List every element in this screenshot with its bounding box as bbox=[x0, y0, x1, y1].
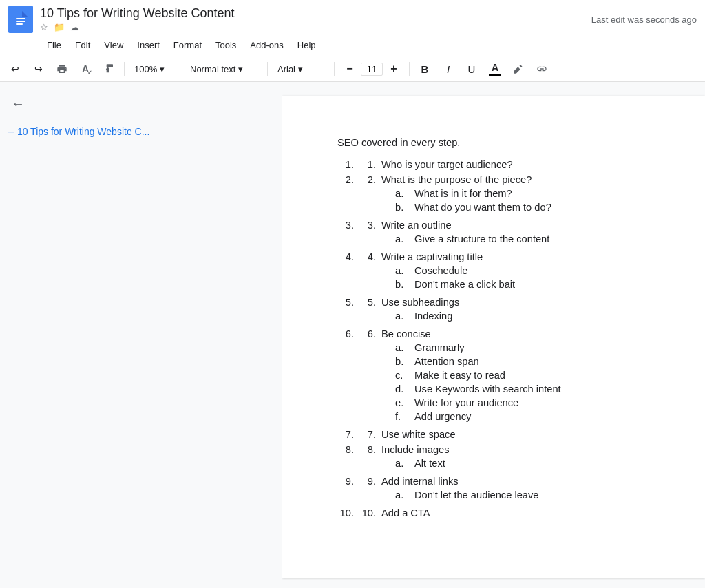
sub-item-label: a. bbox=[395, 265, 409, 276]
main-layout: ← 10 Tips for Writing Website C... SEO c… bbox=[0, 82, 705, 587]
list-number: 1. bbox=[359, 159, 376, 170]
toolbar-sep-3 bbox=[267, 62, 268, 76]
list-number: 2. bbox=[359, 174, 376, 216]
link-button[interactable] bbox=[532, 59, 551, 78]
sub-item-label: b. bbox=[395, 279, 409, 290]
sub-list-item: a.Give a structure to the content bbox=[381, 233, 650, 244]
style-chevron-icon: ▾ bbox=[238, 64, 243, 74]
sub-item-text: Give a structure to the content bbox=[414, 233, 549, 244]
menu-format[interactable]: Format bbox=[168, 37, 207, 53]
sub-item-text: What do you want them to do? bbox=[414, 202, 551, 213]
sub-item-text: Don't let the audience leave bbox=[414, 490, 538, 501]
list-item: 5.Use subheadingsa.Indexing bbox=[337, 297, 650, 324]
list-number: 7. bbox=[359, 429, 376, 440]
sub-list-item: b.What do you want them to do? bbox=[381, 202, 650, 213]
sub-item-label: c. bbox=[395, 370, 409, 381]
star-icon[interactable]: ☆ bbox=[40, 22, 48, 32]
sub-item-label: a. bbox=[395, 490, 409, 501]
sub-item-label: b. bbox=[395, 202, 409, 213]
sub-item-text: What is in it for them? bbox=[414, 188, 512, 199]
highlight-button[interactable] bbox=[509, 59, 528, 78]
toolbar-sep-1 bbox=[124, 62, 125, 76]
sub-item-label: e. bbox=[395, 397, 409, 408]
font-dropdown[interactable]: Arial ▾ bbox=[273, 63, 328, 76]
doc-title[interactable]: 10 Tips for Writing Website Content bbox=[40, 6, 585, 21]
content-area: SEO covered in every step. 1.Who is your… bbox=[282, 82, 705, 587]
sub-list-item: a.Indexing bbox=[381, 311, 650, 322]
undo-button[interactable]: ↩ bbox=[6, 59, 25, 78]
sub-item-label: d. bbox=[395, 384, 409, 395]
list-item-text: Use subheadings bbox=[381, 297, 459, 308]
menu-addons[interactable]: Add-ons bbox=[244, 37, 288, 53]
font-size-increase[interactable]: + bbox=[384, 59, 403, 78]
list-item-text: Add a CTA bbox=[381, 507, 430, 518]
list-item: 9.Add internal linksa.Don't let the audi… bbox=[337, 476, 650, 503]
sub-item-text: Coschedule bbox=[414, 265, 467, 276]
sub-item-label: f. bbox=[395, 411, 409, 422]
list-item-text: Use white space bbox=[381, 429, 456, 440]
list-item-text: Include images bbox=[381, 444, 450, 455]
sidebar-doc-link[interactable]: 10 Tips for Writing Website C... bbox=[8, 125, 273, 138]
sub-list-item: c.Make it easy to read bbox=[381, 370, 650, 381]
sub-item-label: a. bbox=[395, 233, 409, 244]
underline-button[interactable]: U bbox=[462, 59, 481, 78]
list-item: 2.What is the purpose of the piece?a.Wha… bbox=[337, 174, 650, 216]
list-item-text: Who is your target audience? bbox=[381, 159, 513, 170]
cloud-icon[interactable]: ☁ bbox=[70, 22, 79, 32]
font-chevron-icon: ▾ bbox=[298, 64, 303, 74]
print-button[interactable] bbox=[52, 59, 72, 78]
intro-text: SEO covered in every step. bbox=[337, 137, 650, 148]
list-item-text: Add internal links bbox=[381, 476, 459, 487]
sub-list-item: a.Grammarly bbox=[381, 342, 650, 353]
list-number: 10. bbox=[359, 507, 376, 518]
font-color-button[interactable]: A bbox=[485, 62, 505, 76]
list-number: 6. bbox=[359, 328, 376, 425]
toolbar-sep-4 bbox=[334, 62, 335, 76]
font-size-input[interactable] bbox=[361, 63, 383, 76]
toolbar-sep-2 bbox=[180, 62, 180, 76]
back-button[interactable]: ← bbox=[8, 93, 28, 114]
font-size-decrease[interactable]: − bbox=[340, 59, 359, 78]
menu-file[interactable]: File bbox=[41, 37, 67, 53]
sub-item-text: Indexing bbox=[414, 311, 452, 322]
list-item: 3.Write an outlinea.Give a structure to … bbox=[337, 220, 650, 247]
sub-list-item: f.Add urgency bbox=[381, 411, 650, 422]
menu-view[interactable]: View bbox=[98, 37, 129, 53]
list-item-text: What is the purpose of the piece? bbox=[381, 174, 532, 185]
menu-insert[interactable]: Insert bbox=[131, 37, 165, 53]
menu-tools[interactable]: Tools bbox=[210, 37, 242, 53]
list-item: 6.Be concisea.Grammarlyb.Attention spanc… bbox=[337, 328, 650, 425]
sub-list-item: a.Coschedule bbox=[381, 265, 650, 276]
style-dropdown[interactable]: Normal text ▾ bbox=[186, 63, 262, 76]
spellcheck-button[interactable]: A✓ bbox=[76, 59, 95, 78]
sub-list-item: b.Don't make a click bait bbox=[381, 279, 650, 290]
list-number: 3. bbox=[359, 220, 376, 247]
menu-edit[interactable]: Edit bbox=[70, 37, 96, 53]
menu-help[interactable]: Help bbox=[292, 37, 322, 53]
list-item: 10.Add a CTA bbox=[337, 507, 650, 518]
list-number: 8. bbox=[359, 444, 376, 472]
folder-icon[interactable]: 📁 bbox=[54, 22, 65, 32]
italic-button[interactable]: I bbox=[439, 59, 458, 78]
sub-item-text: Write for your audience bbox=[414, 397, 518, 408]
sub-list-item: e.Write for your audience bbox=[381, 397, 650, 408]
list-number: 9. bbox=[359, 476, 376, 503]
sub-list-item: b.Attention span bbox=[381, 356, 650, 367]
zoom-dropdown[interactable]: 100% ▾ bbox=[130, 63, 174, 76]
svg-rect-3 bbox=[16, 23, 23, 25]
menu-row: File Edit View Insert Format Tools Add-o… bbox=[0, 36, 705, 56]
sub-list-item: a.What is in it for them? bbox=[381, 188, 650, 199]
list-number: 4. bbox=[359, 251, 376, 293]
paint-format-button[interactable] bbox=[99, 59, 118, 78]
list-item-text: Be concise bbox=[381, 328, 431, 339]
title-section: 10 Tips for Writing Website Content ☆ 📁 … bbox=[40, 6, 585, 32]
top-bar: 10 Tips for Writing Website Content ☆ 📁 … bbox=[0, 0, 705, 82]
sub-item-text: Use Keywords with search intent bbox=[414, 384, 561, 395]
redo-button[interactable]: ↪ bbox=[29, 59, 48, 78]
list-item: 1.Who is your target audience? bbox=[337, 159, 650, 170]
font-size-group: − + bbox=[340, 59, 403, 78]
bold-button[interactable]: B bbox=[415, 59, 434, 78]
sub-item-text: Make it easy to read bbox=[414, 370, 505, 381]
list-item-text: Write an outline bbox=[381, 220, 452, 231]
list-item: 8.Include imagesa.Alt text bbox=[337, 444, 650, 472]
